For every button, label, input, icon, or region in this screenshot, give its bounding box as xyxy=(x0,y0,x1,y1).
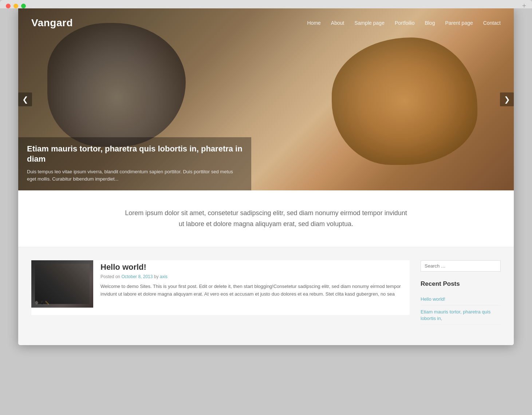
nav-link-blog[interactable]: Blog xyxy=(425,20,435,26)
intro-text: Lorem ipsum dolor sit amet, consetetur s… xyxy=(124,208,408,229)
post-date-link[interactable]: October 8, 2013 xyxy=(121,274,153,279)
main-nav: Home About Sample page Portfoilio Blog P… xyxy=(307,20,501,26)
nav-item-home[interactable]: Home xyxy=(307,20,320,26)
post-card: Hello world! Posted on October 8, 2013 b… xyxy=(31,260,410,315)
list-item: Etiam mauris tortor, pharetra quis lobor… xyxy=(421,305,501,325)
browser-window: Vangard Home About Sample page Portfoili… xyxy=(18,8,514,345)
post-excerpt: Welcome to demo Sites. This is your firs… xyxy=(101,283,404,297)
nav-list: Home About Sample page Portfoilio Blog P… xyxy=(307,20,501,26)
maximize-button[interactable] xyxy=(21,4,26,8)
main-content: Hello world! Posted on October 8, 2013 b… xyxy=(18,247,514,345)
nav-item-parent[interactable]: Parent page xyxy=(445,20,473,26)
nav-item-contact[interactable]: Contact xyxy=(483,20,501,26)
nav-link-parent[interactable]: Parent page xyxy=(445,20,473,26)
recent-posts-title: Recent Posts xyxy=(421,280,501,288)
slider-caption: Etiam mauris tortor, pharetra quis lobor… xyxy=(18,137,251,190)
nav-item-about[interactable]: About xyxy=(331,20,344,26)
nav-link-about[interactable]: About xyxy=(331,20,344,26)
post-meta: Posted on October 8, 2013 by axis xyxy=(101,274,404,279)
nav-link-home[interactable]: Home xyxy=(307,20,320,26)
slider-prev-button[interactable]: ❮ xyxy=(18,92,32,106)
nav-link-contact[interactable]: Contact xyxy=(483,20,501,26)
cat-image xyxy=(47,23,186,147)
site-title: Vangard xyxy=(31,17,73,29)
post-thumbnail xyxy=(31,260,93,308)
posts-area: Hello world! Posted on October 8, 2013 b… xyxy=(31,260,410,332)
hero-slider: Vangard Home About Sample page Portfoili… xyxy=(18,8,514,190)
slider-caption-title: Etiam mauris tortor, pharetra quis lobor… xyxy=(27,144,243,165)
nav-link-sample[interactable]: Sample page xyxy=(354,20,385,26)
post-content: Hello world! Posted on October 8, 2013 b… xyxy=(101,260,410,308)
site-header: Vangard Home About Sample page Portfoili… xyxy=(18,8,514,37)
nav-link-portfolio[interactable]: Portfoilio xyxy=(395,20,414,26)
recent-posts-section: Recent Posts Hello world! Etiam mauris t… xyxy=(421,280,501,325)
intro-section: Lorem ipsum dolor sit amet, consetetur s… xyxy=(18,190,514,247)
nav-item-sample[interactable]: Sample page xyxy=(354,20,385,26)
minimize-button[interactable] xyxy=(13,4,18,8)
list-item: Hello world! xyxy=(421,293,501,305)
recent-posts-list: Hello world! Etiam mauris tortor, pharet… xyxy=(421,293,501,325)
dog-image xyxy=(332,37,477,165)
sidebar: Recent Posts Hello world! Etiam mauris t… xyxy=(421,260,501,332)
browser-chrome: + xyxy=(0,0,532,8)
post-title[interactable]: Hello world! xyxy=(101,262,404,272)
search-input[interactable] xyxy=(421,260,501,272)
new-tab-button[interactable]: + xyxy=(522,2,526,10)
nav-item-portfolio[interactable]: Portfoilio xyxy=(395,20,414,26)
post-author-link[interactable]: axis xyxy=(160,274,168,279)
slider-caption-text: Duis tempus leo vitae ipsum viverra, bla… xyxy=(27,168,243,182)
close-button[interactable] xyxy=(6,4,11,8)
nav-item-blog[interactable]: Blog xyxy=(425,20,435,26)
recent-post-link-0[interactable]: Hello world! xyxy=(421,296,445,302)
slider-next-button[interactable]: ❯ xyxy=(500,92,514,106)
recent-post-link-1[interactable]: Etiam mauris tortor, pharetra quis lobor… xyxy=(421,309,490,321)
